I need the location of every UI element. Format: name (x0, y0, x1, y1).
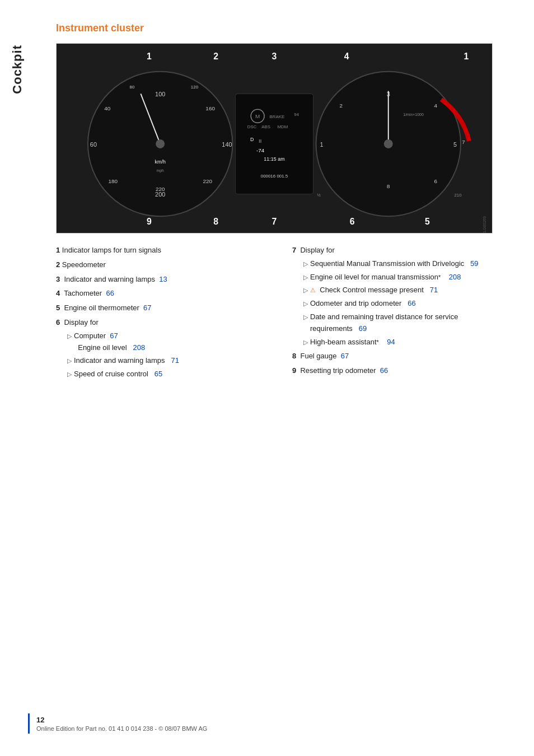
arrow-icon-7a: ▷ (303, 259, 308, 269)
item-number-4: 4 (56, 289, 60, 297)
list-item-6: 6 Display for ▷ Computer 67 Engine oil l… (56, 317, 270, 380)
svg-text:ABS: ABS (261, 124, 270, 129)
sub-link-7f[interactable]: 94 (387, 338, 395, 346)
svg-text:6: 6 (350, 217, 355, 226)
svg-text:5: 5 (425, 217, 430, 226)
item-number-8: 8 (292, 352, 296, 360)
page-container: Cockpit Instrument cluster 100 200 60 14… (0, 0, 534, 756)
arrow-icon-6b: ▷ (67, 356, 72, 366)
svg-text:M: M (255, 113, 260, 119)
svg-text:11:15 am: 11:15 am (264, 156, 284, 162)
svg-text:8: 8 (387, 183, 390, 189)
svg-text:-74: -74 (256, 147, 265, 153)
arrow-icon-6a: ▷ (67, 332, 72, 342)
content-columns: 1 Indicator lamps for turn signals 2 Spe… (56, 245, 506, 383)
svg-text:2: 2 (213, 52, 218, 61)
arrow-icon-7f: ▷ (303, 338, 308, 348)
arrow-icon-7b: ▷ (303, 273, 308, 283)
sub-item-6c: ▷ Speed of cruise control 65 (67, 368, 270, 380)
footer-line (28, 713, 30, 734)
svg-text:7: 7 (462, 139, 465, 145)
item-text-6: Display for (62, 318, 99, 326)
svg-text:3: 3 (272, 52, 277, 61)
sublist-7: ▷ Sequential Manual Transmission with Dr… (303, 258, 506, 348)
svg-text:Ⅲ: Ⅲ (259, 139, 262, 144)
sub-link-7d[interactable]: 66 (407, 299, 415, 307)
item-link-5[interactable]: 67 (143, 304, 151, 312)
sub-link-7a[interactable]: 59 (470, 259, 478, 268)
item-number-2: 2 (56, 260, 60, 269)
item-text-9: Resetting trip odometer (298, 366, 378, 375)
list-item-9: 9 Resetting trip odometer 66 (292, 365, 506, 377)
sub-text-7e: Date and remaining travel distance for s… (310, 312, 458, 333)
svg-text:km/h: km/h (155, 159, 166, 165)
sub-link-7e[interactable]: 69 (359, 324, 367, 333)
sub-item-6a: ▷ Computer 67 Engine oil level 208 (67, 330, 270, 354)
sub-text-7f: High-beam assistant (310, 338, 377, 346)
svg-text:D: D (250, 137, 254, 142)
asterisk-7b: * (438, 274, 441, 281)
svg-text:1: 1 (320, 141, 323, 148)
arrow-icon-7d: ▷ (303, 299, 308, 309)
sub-text-7a: Sequential Manual Transmission with Driv… (310, 259, 469, 268)
sub-text-7f-space (381, 338, 385, 346)
sub-link-6a-extra[interactable]: 208 (133, 343, 146, 352)
list-item-7: 7 Display for ▷ Sequential Manual Transm… (292, 245, 506, 348)
sub-text-6a-extra: Engine oil level (74, 343, 131, 352)
svg-text:40: 40 (104, 105, 111, 111)
svg-point-13 (156, 139, 165, 148)
svg-text:1/min×1000: 1/min×1000 (403, 113, 424, 116)
section-title: Instrument cluster (56, 22, 506, 34)
svg-text:100: 100 (155, 91, 165, 97)
item-link-9[interactable]: 66 (380, 366, 388, 375)
sub-item-6b: ▷ Indicator and warning lamps 71 (67, 355, 270, 367)
item-link-3[interactable]: 13 (159, 275, 167, 283)
svg-text:000016  001.5: 000016 001.5 (261, 174, 288, 179)
footer-copyright: Online Edition for Part no. 01 41 0 014 … (36, 725, 207, 732)
sub-text-6c: Speed of cruise control (74, 370, 152, 378)
sub-link-6a[interactable]: 67 (110, 332, 118, 340)
sub-link-7b[interactable]: 208 (449, 273, 461, 281)
item-number-1: 1 (56, 246, 60, 254)
svg-text:180: 180 (108, 178, 118, 184)
svg-text:94: 94 (294, 112, 299, 117)
item-link-8[interactable]: 67 (341, 352, 349, 360)
svg-text:BRAKE: BRAKE (270, 114, 285, 119)
item-text-1: Indicator lamps for turn signals (62, 246, 161, 254)
sub-text-7d: Odometer and trip odometer (310, 299, 406, 307)
sub-link-7c[interactable]: 71 (430, 286, 438, 294)
svg-text:DSC: DSC (247, 124, 257, 129)
svg-text:1: 1 (147, 52, 152, 61)
arrow-icon-7e: ▷ (303, 312, 308, 323)
sub-link-6b[interactable]: 71 (171, 356, 179, 365)
left-column: 1 Indicator lamps for turn signals 2 Spe… (56, 245, 270, 383)
svg-text:½: ½ (317, 193, 321, 198)
right-column: 7 Display for ▷ Sequential Manual Transm… (292, 245, 506, 383)
svg-text:160: 160 (205, 105, 215, 111)
footer: 12 Online Edition for Part no. 01 41 0 0… (28, 713, 506, 734)
item-text-7: Display for (298, 246, 335, 254)
asterisk-7f: * (377, 339, 379, 346)
sub-item-7d: ▷ Odometer and trip odometer 66 (303, 298, 506, 310)
list-item-8: 8 Fuel gauge 67 (292, 351, 506, 362)
svg-text:8: 8 (213, 217, 218, 226)
sub-item-7c: ▷ ⚠ Check Control message present 71 (303, 284, 506, 296)
sub-link-6c[interactable]: 65 (154, 370, 162, 378)
svg-text:220: 220 (203, 178, 212, 184)
list-item-5: 5 Engine oil thermometer 67 (56, 302, 270, 314)
item-link-4[interactable]: 66 (106, 289, 114, 297)
sub-item-7f: ▷ High-beam assistant* 94 (303, 337, 506, 348)
svg-text:210: 210 (454, 193, 462, 198)
main-content: Instrument cluster 100 200 60 140 40 160… (56, 22, 506, 383)
svg-text:5: 5 (453, 141, 457, 148)
svg-text:60: 60 (90, 141, 97, 148)
item-text-5: Engine oil thermometer (62, 304, 142, 312)
sub-text-7b-space (443, 273, 447, 281)
item-text-8: Fuel gauge (298, 352, 339, 360)
item-number-5: 5 (56, 304, 60, 312)
svg-text:140: 140 (222, 141, 232, 148)
list-item-3: 3 Indicator and warning lamps 13 (56, 274, 270, 286)
svg-text:MDM: MDM (277, 124, 288, 129)
item-number-9: 9 (292, 366, 296, 375)
footer-page-number: 12 (36, 716, 207, 724)
